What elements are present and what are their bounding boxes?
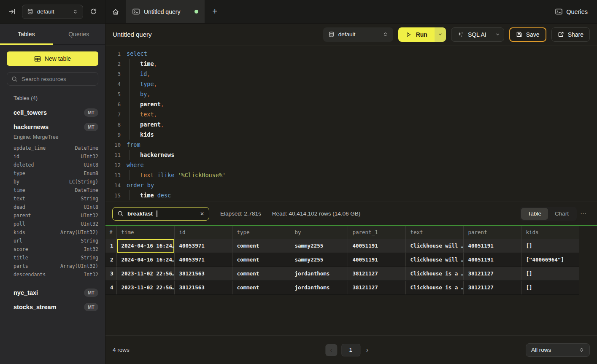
new-tab-button[interactable]: + — [205, 0, 224, 23]
code-line[interactable]: 11hackernews — [105, 150, 597, 160]
view-toggle-chart[interactable]: Chart — [548, 208, 575, 220]
table-cell[interactable]: comment — [232, 239, 290, 253]
code-line[interactable]: 8parent, — [105, 119, 597, 129]
column-header[interactable]: parent — [463, 226, 521, 239]
table-cell[interactable]: [] — [521, 267, 579, 280]
table-cell[interactable]: 2024-04-16 16:24… — [116, 253, 174, 267]
sidebar-item-nyc-taxi[interactable]: nyc_taxi MT — [7, 286, 98, 299]
sidebar-search-input[interactable] — [22, 76, 94, 82]
sql-editor[interactable]: 1select2time,3id,4type,5by,6parent,7text… — [105, 46, 597, 202]
column-header[interactable]: text — [405, 226, 463, 239]
code-line[interactable]: 9kids — [105, 129, 597, 140]
column-header[interactable]: # — [105, 226, 116, 239]
row-number-cell[interactable]: 1 — [105, 239, 116, 253]
column-header[interactable]: by — [290, 226, 348, 239]
column-row[interactable]: typeEnum8 — [7, 169, 98, 178]
query-database-selector[interactable]: default — [323, 27, 393, 42]
sql-ai-button[interactable]: SQL AI — [451, 31, 492, 38]
column-header[interactable]: kids — [521, 226, 579, 239]
code-line[interactable]: 4type, — [105, 79, 597, 89]
column-row[interactable]: descendantsInt32 — [7, 270, 98, 279]
code-line[interactable]: 3id, — [105, 69, 597, 79]
table-cell[interactable]: 40051191 — [463, 253, 521, 267]
table-cell[interactable]: 2023-11-02 22:56… — [116, 280, 174, 294]
table-cell[interactable]: 40051191 — [348, 253, 405, 267]
column-row[interactable]: textString — [7, 194, 98, 203]
table-cell[interactable]: 40051191 — [348, 239, 405, 253]
share-button[interactable]: Share — [551, 27, 590, 42]
code-line[interactable]: 13text ilike '%ClickHouse%' — [105, 170, 597, 180]
code-line[interactable]: 15time desc — [105, 190, 597, 200]
column-row[interactable]: parentUInt32 — [7, 211, 98, 220]
results-search-box[interactable]: breakfast ✕ — [112, 207, 209, 221]
row-number-cell[interactable]: 2 — [105, 253, 116, 267]
table-cell[interactable]: 38121563 — [174, 280, 232, 294]
table-cell[interactable]: 40053971 — [174, 253, 232, 267]
table-cell[interactable]: 40051191 — [463, 239, 521, 253]
sidebar-item-stocks-stream[interactable]: stocks_stream MT — [7, 300, 98, 314]
table-cell[interactable]: [] — [521, 239, 579, 253]
column-row[interactable]: byLC(String) — [7, 178, 98, 186]
table-cell[interactable]: comment — [232, 280, 290, 294]
sidebar-item-cell-towers[interactable]: cell_towers MT — [7, 105, 98, 119]
table-cell[interactable]: Clickhouse is a … — [405, 267, 463, 280]
table-cell[interactable]: 38121127 — [463, 267, 521, 280]
table-cell[interactable]: sammy2255 — [290, 253, 348, 267]
sidebar-tab-tables[interactable]: Tables — [0, 24, 53, 44]
table-cell[interactable]: Clickhouse is a … — [405, 280, 463, 294]
column-row[interactable]: kidsArray(UInt32) — [7, 228, 98, 237]
sidebar-tab-queries[interactable]: Queries — [53, 24, 105, 44]
table-cell[interactable]: 38121127 — [348, 280, 405, 294]
table-cell[interactable]: [] — [521, 280, 579, 294]
refresh-button[interactable] — [87, 6, 99, 18]
table-cell[interactable]: jordanthoms — [290, 267, 348, 280]
sidebar-item-hackernews[interactable]: hackernews MT — [7, 120, 98, 134]
code-line[interactable]: 14order by — [105, 180, 597, 190]
next-page-button[interactable]: › — [365, 346, 370, 354]
column-row[interactable]: deadUInt8 — [7, 203, 98, 211]
page-size-selector[interactable]: All rows — [526, 343, 590, 357]
table-cell[interactable]: ["40066964"] — [521, 253, 579, 267]
table-cell[interactable]: sammy2255 — [290, 239, 348, 253]
row-number-cell[interactable]: 3 — [105, 267, 116, 280]
clear-search-button[interactable]: ✕ — [200, 211, 204, 217]
table-cell[interactable]: 2024-04-16 16:24… — [116, 239, 174, 253]
new-table-button[interactable]: New table — [7, 51, 98, 66]
column-row[interactable]: deletedUInt8 — [7, 161, 98, 169]
code-line[interactable]: 2time, — [105, 59, 597, 69]
row-number-cell[interactable]: 4 — [105, 280, 116, 294]
column-header[interactable]: type — [232, 226, 290, 239]
more-options-button[interactable]: ⋯ — [577, 210, 590, 218]
code-line[interactable]: 10from — [105, 140, 597, 150]
current-page[interactable]: 1 — [341, 344, 360, 356]
code-line[interactable]: 6parent, — [105, 99, 597, 109]
previous-page-button[interactable]: ‹ — [325, 344, 337, 356]
column-row[interactable]: pollUInt32 — [7, 220, 98, 228]
home-button[interactable] — [105, 0, 126, 23]
run-options-button[interactable] — [435, 27, 446, 42]
column-row[interactable]: urlString — [7, 237, 98, 245]
table-cell[interactable]: 38121563 — [174, 267, 232, 280]
tab-untitled-query[interactable]: Untitled query — [126, 0, 205, 23]
collapse-sidebar-button[interactable] — [6, 6, 18, 18]
table-cell[interactable]: 38121127 — [348, 267, 405, 280]
column-row[interactable]: update_timeDateTime — [7, 144, 98, 152]
run-button[interactable]: Run — [398, 27, 435, 42]
column-row[interactable]: titleString — [7, 253, 98, 262]
column-header[interactable]: id — [174, 226, 232, 239]
sql-ai-options-button[interactable] — [492, 28, 504, 41]
table-cell[interactable]: 40053971 — [174, 239, 232, 253]
column-row[interactable]: partsArray(UInt32) — [7, 262, 98, 270]
code-line[interactable]: 7text, — [105, 109, 597, 119]
table-cell[interactable]: 2023-11-02 22:56… — [116, 267, 174, 280]
code-line[interactable]: 5by, — [105, 89, 597, 99]
database-selector[interactable]: default — [22, 5, 83, 19]
table-cell[interactable]: jordanthoms — [290, 280, 348, 294]
table-cell[interactable]: Clickhouse will … — [405, 253, 463, 267]
view-toggle-table[interactable]: Table — [521, 208, 548, 220]
column-row[interactable]: scoreInt32 — [7, 245, 98, 253]
column-header[interactable]: time — [116, 226, 174, 239]
queries-button[interactable]: Queries — [555, 8, 588, 15]
column-row[interactable]: timeDateTime — [7, 186, 98, 194]
table-cell[interactable]: 38121127 — [463, 280, 521, 294]
